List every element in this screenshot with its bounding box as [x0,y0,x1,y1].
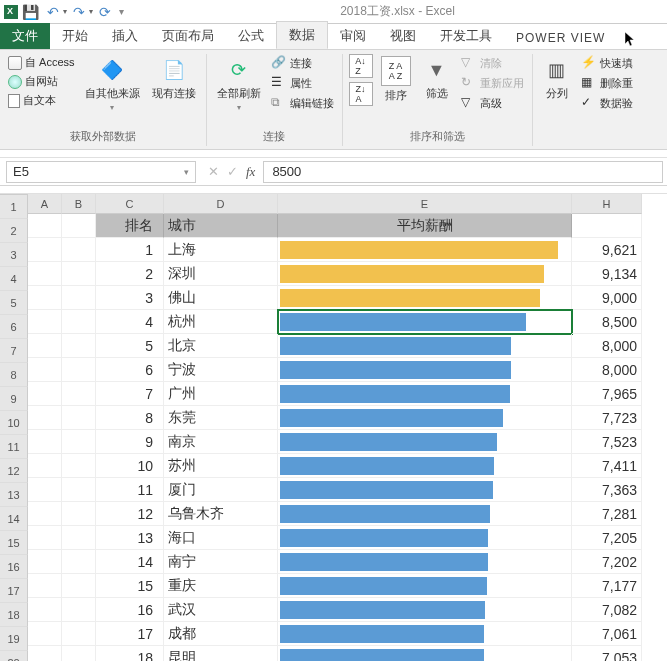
reapply-button[interactable]: ↻重新应用 [459,74,526,92]
cell-bar[interactable] [278,526,572,550]
cell-bar[interactable] [278,598,572,622]
cell-value[interactable]: 7,411 [572,454,642,478]
cell[interactable] [28,502,62,526]
cell-rank[interactable]: 6 [96,358,164,382]
cell-value[interactable]: 7,281 [572,502,642,526]
cell-city[interactable]: 海口 [164,526,278,550]
cell[interactable] [28,310,62,334]
cell-city[interactable]: 广州 [164,382,278,406]
cell-city[interactable]: 武汉 [164,598,278,622]
cell-value[interactable]: 7,965 [572,382,642,406]
cell[interactable] [62,286,96,310]
cell-value[interactable]: 8,500 [572,310,642,334]
enter-icon[interactable]: ✓ [227,164,238,179]
tab-power-view[interactable]: POWER VIEW [504,24,635,49]
cell-bar[interactable] [278,574,572,598]
qat-customize-icon[interactable]: ▾ [119,6,124,17]
cell-city[interactable]: 昆明 [164,646,278,661]
undo-icon[interactable]: ↶ [47,4,59,20]
row-header[interactable]: 12 [0,459,28,483]
tab-view[interactable]: 视图 [378,23,428,49]
tab-developer[interactable]: 开发工具 [428,23,504,49]
text-to-columns-button[interactable]: ▥ 分列 [539,54,575,103]
cell[interactable] [28,526,62,550]
cell[interactable] [28,286,62,310]
row-header[interactable]: 4 [0,267,28,291]
cell[interactable] [62,262,96,286]
row-header[interactable]: 6 [0,315,28,339]
cell[interactable] [28,406,62,430]
cell-city[interactable]: 厦门 [164,478,278,502]
cell-rank[interactable]: 7 [96,382,164,406]
cell-bar[interactable] [278,238,572,262]
row-header[interactable]: 15 [0,531,28,555]
cell-bar[interactable] [278,382,572,406]
row-header[interactable]: 10 [0,411,28,435]
from-other-sources-button[interactable]: 🔷 自其他来源 ▾ [81,54,144,114]
row-header[interactable]: 13 [0,483,28,507]
cell[interactable] [28,334,62,358]
cell-bar[interactable] [278,262,572,286]
cell[interactable] [28,646,62,661]
cell[interactable] [62,454,96,478]
cell-rank[interactable]: 3 [96,286,164,310]
col-D[interactable]: D [164,194,278,214]
properties-button[interactable]: ☰属性 [269,74,336,92]
cell-bar[interactable] [278,646,572,661]
cell[interactable] [62,574,96,598]
cell-bar[interactable] [278,334,572,358]
cell-value[interactable]: 8,000 [572,358,642,382]
cell-city[interactable]: 北京 [164,334,278,358]
header-city[interactable]: 城市 [164,214,278,238]
cell-value[interactable]: 7,053 [572,646,642,661]
remove-duplicates-button[interactable]: ▦删除重 [579,74,635,92]
cell-value[interactable]: 7,177 [572,574,642,598]
cell-value[interactable]: 7,061 [572,622,642,646]
row-header[interactable]: 16 [0,555,28,579]
cell[interactable] [62,550,96,574]
cell-bar[interactable] [278,358,572,382]
cell-rank[interactable]: 13 [96,526,164,550]
flash-fill-button[interactable]: ⚡快速填 [579,54,635,72]
header-avg[interactable]: 平均薪酬 [278,214,572,238]
cell[interactable] [28,430,62,454]
tab-insert[interactable]: 插入 [100,23,150,49]
cell-bar[interactable] [278,502,572,526]
col-C[interactable]: C [96,194,164,214]
from-web-button[interactable]: 自网站 [6,73,77,90]
header-rank[interactable]: 排名 [96,214,164,238]
cell-value[interactable]: 8,000 [572,334,642,358]
cell[interactable] [62,406,96,430]
cell-city[interactable]: 南京 [164,430,278,454]
cell[interactable] [28,574,62,598]
col-A[interactable]: A [28,194,62,214]
cell[interactable] [62,526,96,550]
cell[interactable] [28,238,62,262]
cell-bar[interactable] [278,550,572,574]
cell[interactable] [62,430,96,454]
cell-value[interactable]: 7,723 [572,406,642,430]
redo-dropdown-icon[interactable]: ▾ [89,7,93,16]
cell-city[interactable]: 重庆 [164,574,278,598]
cell-city[interactable]: 东莞 [164,406,278,430]
formula-bar[interactable]: 8500 [263,161,663,183]
advanced-filter-button[interactable]: ▽高级 [459,94,526,112]
cell-rank[interactable]: 12 [96,502,164,526]
from-text-button[interactable]: 自文本 [6,92,77,109]
tab-data[interactable]: 数据 [276,21,328,49]
cell-value[interactable]: 9,134 [572,262,642,286]
cell[interactable] [28,598,62,622]
cell-city[interactable]: 宁波 [164,358,278,382]
cell[interactable] [62,622,96,646]
cell[interactable] [62,502,96,526]
row-header[interactable]: 20 [0,651,28,661]
cell-rank[interactable]: 11 [96,478,164,502]
refresh-all-button[interactable]: ⟳ 全部刷新 ▾ [213,54,265,114]
cell-rank[interactable]: 9 [96,430,164,454]
row-header[interactable]: 17 [0,579,28,603]
tab-home[interactable]: 开始 [50,23,100,49]
cell[interactable] [62,358,96,382]
cell-rank[interactable]: 16 [96,598,164,622]
cell[interactable] [28,454,62,478]
cell-bar[interactable] [278,406,572,430]
